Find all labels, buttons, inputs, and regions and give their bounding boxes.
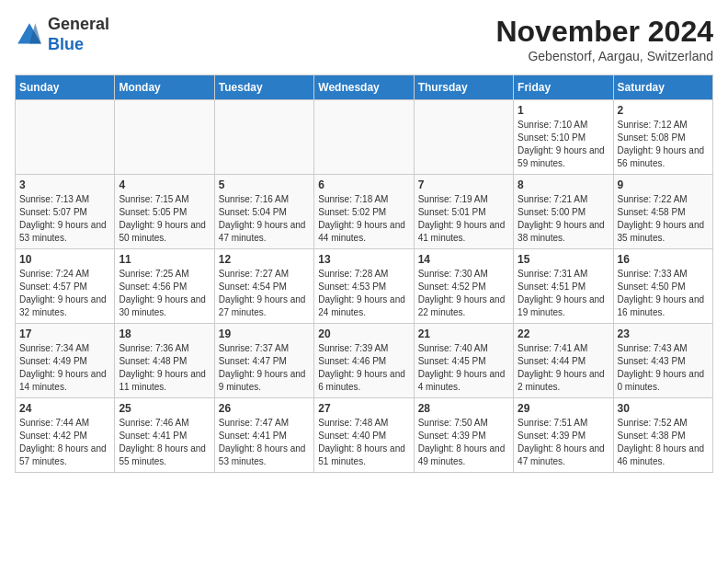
day-info: Sunrise: 7:31 AM Sunset: 4:51 PM Dayligh… xyxy=(518,268,609,319)
calendar-cell: 9Sunrise: 7:22 AM Sunset: 4:58 PM Daylig… xyxy=(613,175,712,249)
calendar-week-3: 10Sunrise: 7:24 AM Sunset: 4:57 PM Dayli… xyxy=(16,249,713,324)
calendar-cell: 25Sunrise: 7:46 AM Sunset: 4:41 PM Dayli… xyxy=(115,398,214,473)
day-info: Sunrise: 7:18 AM Sunset: 5:02 PM Dayligh… xyxy=(318,193,409,245)
day-info: Sunrise: 7:39 AM Sunset: 4:46 PM Dayligh… xyxy=(318,342,409,394)
logo-blue: Blue xyxy=(48,35,84,53)
calendar-cell: 18Sunrise: 7:36 AM Sunset: 4:48 PM Dayli… xyxy=(115,324,214,398)
day-info: Sunrise: 7:44 AM Sunset: 4:42 PM Dayligh… xyxy=(19,417,110,468)
calendar-cell: 4Sunrise: 7:15 AM Sunset: 5:05 PM Daylig… xyxy=(115,175,214,249)
day-number: 17 xyxy=(19,327,110,340)
day-info: Sunrise: 7:16 AM Sunset: 5:04 PM Dayligh… xyxy=(219,193,310,245)
calendar-cell: 22Sunrise: 7:41 AM Sunset: 4:44 PM Dayli… xyxy=(514,324,613,398)
day-info: Sunrise: 7:40 AM Sunset: 4:45 PM Dayligh… xyxy=(418,342,509,394)
weekday-header-friday: Friday xyxy=(514,75,613,100)
day-number: 24 xyxy=(19,402,110,415)
day-info: Sunrise: 7:50 AM Sunset: 4:39 PM Dayligh… xyxy=(418,417,509,468)
day-number: 19 xyxy=(219,327,310,340)
day-info: Sunrise: 7:24 AM Sunset: 4:57 PM Dayligh… xyxy=(19,268,110,319)
calendar-cell: 14Sunrise: 7:30 AM Sunset: 4:52 PM Dayli… xyxy=(414,249,513,324)
day-number: 22 xyxy=(518,327,609,340)
day-number: 15 xyxy=(518,253,609,266)
day-number: 14 xyxy=(418,253,509,266)
day-number: 7 xyxy=(418,178,509,191)
calendar-cell xyxy=(314,100,414,175)
day-info: Sunrise: 7:19 AM Sunset: 5:01 PM Dayligh… xyxy=(418,193,509,245)
calendar-cell: 7Sunrise: 7:19 AM Sunset: 5:01 PM Daylig… xyxy=(414,175,513,249)
day-number: 27 xyxy=(318,402,409,415)
day-number: 5 xyxy=(219,178,310,191)
weekday-header-wednesday: Wednesday xyxy=(314,75,414,100)
calendar-cell: 28Sunrise: 7:50 AM Sunset: 4:39 PM Dayli… xyxy=(414,398,513,473)
page-header: General Blue November 2024 Gebenstorf, A… xyxy=(15,15,713,63)
calendar-cell: 24Sunrise: 7:44 AM Sunset: 4:42 PM Dayli… xyxy=(16,398,115,473)
calendar-cell: 11Sunrise: 7:25 AM Sunset: 4:56 PM Dayli… xyxy=(115,249,214,324)
day-info: Sunrise: 7:15 AM Sunset: 5:05 PM Dayligh… xyxy=(119,193,210,245)
calendar-cell: 2Sunrise: 7:12 AM Sunset: 5:08 PM Daylig… xyxy=(613,100,712,175)
calendar-cell xyxy=(414,100,513,175)
calendar-cell xyxy=(115,100,214,175)
calendar-cell xyxy=(214,100,313,175)
calendar-cell: 20Sunrise: 7:39 AM Sunset: 4:46 PM Dayli… xyxy=(314,324,414,398)
calendar-cell: 12Sunrise: 7:27 AM Sunset: 4:54 PM Dayli… xyxy=(214,249,313,324)
calendar-week-2: 3Sunrise: 7:13 AM Sunset: 5:07 PM Daylig… xyxy=(16,175,713,249)
day-info: Sunrise: 7:28 AM Sunset: 4:53 PM Dayligh… xyxy=(318,268,409,319)
day-info: Sunrise: 7:52 AM Sunset: 4:38 PM Dayligh… xyxy=(618,417,709,468)
day-number: 25 xyxy=(119,402,210,415)
day-number: 23 xyxy=(618,327,709,340)
weekday-header-monday: Monday xyxy=(115,75,214,100)
day-number: 30 xyxy=(618,402,709,415)
calendar-week-5: 24Sunrise: 7:44 AM Sunset: 4:42 PM Dayli… xyxy=(16,398,713,473)
logo-general: General xyxy=(48,15,109,33)
calendar-cell: 13Sunrise: 7:28 AM Sunset: 4:53 PM Dayli… xyxy=(314,249,414,324)
day-number: 28 xyxy=(418,402,509,415)
day-number: 18 xyxy=(119,327,210,340)
day-info: Sunrise: 7:13 AM Sunset: 5:07 PM Dayligh… xyxy=(19,193,110,245)
day-number: 3 xyxy=(19,178,110,191)
weekday-header-thursday: Thursday xyxy=(414,75,513,100)
day-info: Sunrise: 7:21 AM Sunset: 5:00 PM Dayligh… xyxy=(518,193,609,245)
logo: General Blue xyxy=(15,15,109,54)
day-number: 13 xyxy=(318,253,409,266)
day-number: 29 xyxy=(518,402,609,415)
day-number: 8 xyxy=(518,178,609,191)
day-number: 26 xyxy=(219,402,310,415)
calendar-cell: 17Sunrise: 7:34 AM Sunset: 4:49 PM Dayli… xyxy=(16,324,115,398)
day-info: Sunrise: 7:27 AM Sunset: 4:54 PM Dayligh… xyxy=(219,268,310,319)
calendar-cell: 6Sunrise: 7:18 AM Sunset: 5:02 PM Daylig… xyxy=(314,175,414,249)
title-block: November 2024 Gebenstorf, Aargau, Switze… xyxy=(495,15,713,63)
day-info: Sunrise: 7:41 AM Sunset: 4:44 PM Dayligh… xyxy=(518,342,609,394)
weekday-header-tuesday: Tuesday xyxy=(214,75,313,100)
day-info: Sunrise: 7:36 AM Sunset: 4:48 PM Dayligh… xyxy=(119,342,210,394)
weekday-header-sunday: Sunday xyxy=(16,75,115,100)
day-number: 2 xyxy=(618,104,709,117)
day-number: 10 xyxy=(19,253,110,266)
day-info: Sunrise: 7:37 AM Sunset: 4:47 PM Dayligh… xyxy=(219,342,310,394)
calendar-cell: 21Sunrise: 7:40 AM Sunset: 4:45 PM Dayli… xyxy=(414,324,513,398)
calendar-cell: 15Sunrise: 7:31 AM Sunset: 4:51 PM Dayli… xyxy=(514,249,613,324)
day-info: Sunrise: 7:25 AM Sunset: 4:56 PM Dayligh… xyxy=(119,268,210,319)
day-info: Sunrise: 7:43 AM Sunset: 4:43 PM Dayligh… xyxy=(618,342,709,394)
day-number: 21 xyxy=(418,327,509,340)
day-number: 11 xyxy=(119,253,210,266)
logo-icon xyxy=(15,20,44,50)
day-info: Sunrise: 7:33 AM Sunset: 4:50 PM Dayligh… xyxy=(618,268,709,319)
calendar-cell: 19Sunrise: 7:37 AM Sunset: 4:47 PM Dayli… xyxy=(214,324,313,398)
calendar-cell: 26Sunrise: 7:47 AM Sunset: 4:41 PM Dayli… xyxy=(214,398,313,473)
day-number: 6 xyxy=(318,178,409,191)
calendar-cell: 10Sunrise: 7:24 AM Sunset: 4:57 PM Dayli… xyxy=(16,249,115,324)
day-info: Sunrise: 7:12 AM Sunset: 5:08 PM Dayligh… xyxy=(618,119,709,170)
day-info: Sunrise: 7:30 AM Sunset: 4:52 PM Dayligh… xyxy=(418,268,509,319)
day-number: 16 xyxy=(618,253,709,266)
day-info: Sunrise: 7:47 AM Sunset: 4:41 PM Dayligh… xyxy=(219,417,310,468)
calendar-cell xyxy=(16,100,115,175)
calendar-week-4: 17Sunrise: 7:34 AM Sunset: 4:49 PM Dayli… xyxy=(16,324,713,398)
calendar-cell: 5Sunrise: 7:16 AM Sunset: 5:04 PM Daylig… xyxy=(214,175,313,249)
calendar-cell: 1Sunrise: 7:10 AM Sunset: 5:10 PM Daylig… xyxy=(514,100,613,175)
month-title: November 2024 xyxy=(495,15,713,49)
day-number: 4 xyxy=(119,178,210,191)
calendar-table: SundayMondayTuesdayWednesdayThursdayFrid… xyxy=(15,75,713,473)
weekday-header-row: SundayMondayTuesdayWednesdayThursdayFrid… xyxy=(16,75,713,100)
calendar-cell: 30Sunrise: 7:52 AM Sunset: 4:38 PM Dayli… xyxy=(613,398,712,473)
weekday-header-saturday: Saturday xyxy=(613,75,712,100)
day-info: Sunrise: 7:51 AM Sunset: 4:39 PM Dayligh… xyxy=(518,417,609,468)
